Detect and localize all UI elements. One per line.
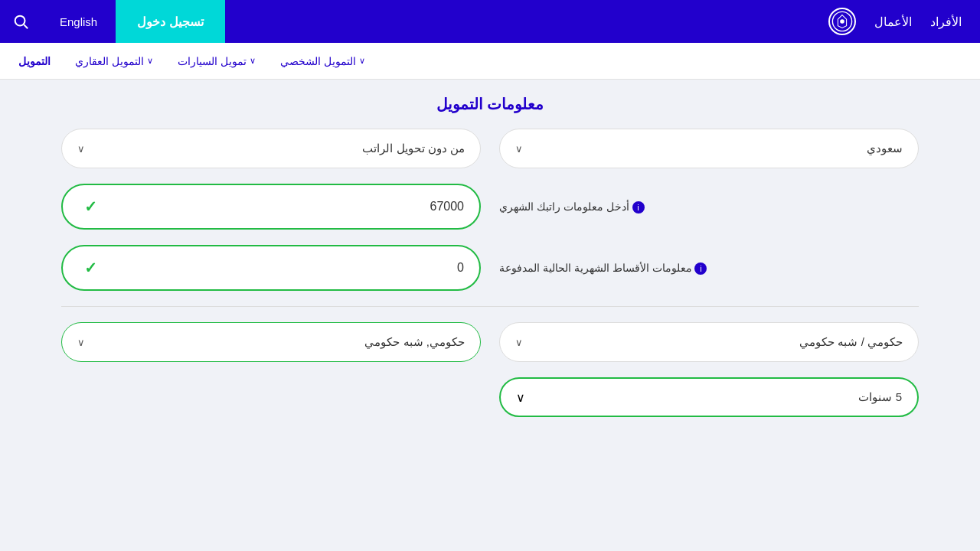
employer-type-right-group: ∨ حكومي, شبه حكومي	[61, 322, 481, 362]
subnav-tamweel[interactable]: التمويل	[18, 55, 51, 67]
nationality-chevron: ∨	[515, 143, 523, 155]
installments-label: i معلومات الأقساط الشهرية الحالية المدفو…	[499, 262, 710, 275]
main-content: معلومات التمويل ∨ من دون تحويل الراتب ∨ …	[0, 80, 980, 448]
subnav-aqari[interactable]: ∨ التمويل العقاري	[75, 55, 153, 67]
installments-label-text: معلومات الأقساط الشهرية الحالية المدفوعة	[499, 262, 692, 274]
nav-left: تسجيل دخول English	[0, 0, 225, 43]
salary-transfer-value: من دون تحويل الراتب	[362, 142, 465, 155]
nav-link-aamal[interactable]: الأعمال	[874, 15, 912, 29]
employer-type-left-group: ∨ حكومي / شبه حكومي	[499, 322, 919, 362]
subnav-cars-chevron: ∨	[250, 56, 256, 66]
subnav-personal-chevron: ∨	[359, 56, 365, 66]
logo-icon	[828, 8, 856, 35]
salary-transfer-group: ∨ من دون تحويل الراتب	[61, 129, 481, 168]
installments-check-icon: ✓	[84, 259, 97, 277]
subnav-personal-label: التمويل الشخصي	[280, 55, 356, 67]
monthly-salary-label: i أدخل معلومات راتبك الشهري	[499, 201, 648, 214]
employer-type-right-chevron: ∨	[77, 337, 85, 348]
years-value: 5 سنوات	[858, 390, 902, 404]
form-row-4: ∨ حكومي, شبه حكومي ∨ حكومي / شبه حكومي	[61, 322, 919, 362]
top-navigation: تسجيل دخول English الأفراد الأعمال	[0, 0, 980, 43]
monthly-salary-info-icon[interactable]: i	[632, 201, 645, 214]
form-row-1: ∨ من دون تحويل الراتب ∨ سعودي	[61, 129, 919, 168]
monthly-salary-label-text: أدخل معلومات راتبك الشهري	[499, 201, 629, 213]
monthly-salary-group: ✓	[61, 184, 481, 230]
divider	[61, 306, 919, 307]
salary-transfer-dropdown[interactable]: ∨ من دون تحويل الراتب	[61, 129, 481, 168]
employer-type-right-value: حكومي, شبه حكومي	[364, 335, 465, 349]
installments-input-field[interactable]: ✓	[61, 245, 481, 291]
years-chevron: ∨	[516, 390, 525, 405]
login-button[interactable]: تسجيل دخول	[116, 0, 224, 43]
form-row-2: ✓ i أدخل معلومات راتبك الشهري	[61, 184, 919, 230]
sub-navigation: التمويل ∨ التمويل العقاري ∨ تمويل السيار…	[0, 43, 980, 80]
years-dropdown-group: ∨ 5 سنوات	[499, 377, 919, 417]
subnav-cars[interactable]: ∨ تمويل السيارات	[178, 55, 256, 67]
monthly-salary-input[interactable]	[97, 200, 464, 214]
nav-link-afrad[interactable]: الأفراد	[930, 15, 962, 29]
subnav-aqari-label: التمويل العقاري	[75, 55, 144, 67]
subnav-cars-label: تمويل السيارات	[178, 55, 247, 67]
subnav-personal[interactable]: ∨ التمويل الشخصي	[280, 55, 365, 67]
installments-label-group: i معلومات الأقساط الشهرية الحالية المدفو…	[499, 262, 919, 275]
employer-type-left-dropdown[interactable]: ∨ حكومي / شبه حكومي	[499, 322, 919, 362]
employer-type-left-value: حكومي / شبه حكومي	[799, 335, 903, 349]
nationality-group: ∨ سعودي	[499, 129, 919, 168]
salary-transfer-chevron: ∨	[77, 143, 85, 155]
monthly-salary-check-icon: ✓	[84, 197, 97, 216]
svg-line-1	[24, 24, 28, 28]
employer-type-left-chevron: ∨	[515, 337, 523, 348]
installments-group: ✓	[61, 245, 481, 291]
years-dropdown[interactable]: ∨ 5 سنوات	[499, 377, 919, 417]
monthly-salary-label-group: i أدخل معلومات راتبك الشهري	[499, 201, 919, 214]
svg-point-0	[15, 16, 25, 26]
monthly-salary-input-field[interactable]: ✓	[61, 184, 481, 230]
nav-right: الأفراد الأعمال	[828, 8, 980, 35]
nationality-dropdown[interactable]: ∨ سعودي	[499, 129, 919, 168]
subnav-aqari-chevron: ∨	[147, 56, 153, 66]
installments-input[interactable]	[97, 261, 464, 275]
language-button[interactable]: English	[41, 0, 116, 43]
svg-point-3	[840, 19, 844, 24]
form-row-3: ✓ i معلومات الأقساط الشهرية الحالية المد…	[61, 245, 919, 291]
nationality-value: سعودي	[867, 142, 903, 155]
installments-info-icon[interactable]: i	[694, 262, 707, 275]
search-icon[interactable]	[0, 13, 41, 30]
section-title: معلومات التمويل	[61, 95, 919, 113]
employer-type-right-dropdown[interactable]: ∨ حكومي, شبه حكومي	[61, 322, 481, 362]
form-row-5: ∨ 5 سنوات	[61, 377, 919, 417]
